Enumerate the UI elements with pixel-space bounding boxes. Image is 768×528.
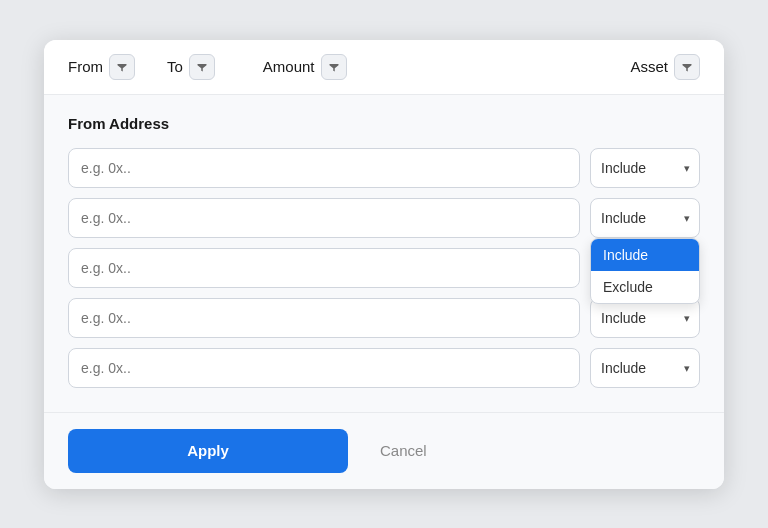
tab-asset[interactable]: Asset [630, 54, 700, 80]
filter-row-2: Include Exclude ▾ Include Exclude [68, 198, 700, 238]
dropdown-option-include[interactable]: Include [591, 239, 699, 271]
tab-amount[interactable]: Amount [263, 54, 347, 80]
include-select-wrapper-2: Include Exclude ▾ Include Exclude [590, 198, 700, 238]
include-select-wrapper-4: Include Exclude ▾ [590, 298, 700, 338]
address-input-5[interactable] [68, 348, 580, 388]
address-input-3[interactable] [68, 248, 580, 288]
apply-button[interactable]: Apply [68, 429, 348, 473]
modal-footer: Apply Cancel [44, 412, 724, 489]
tab-asset-label: Asset [630, 58, 668, 75]
asset-filter-icon[interactable] [674, 54, 700, 80]
section-title: From Address [68, 115, 700, 132]
from-filter-icon[interactable] [109, 54, 135, 80]
address-input-4[interactable] [68, 298, 580, 338]
address-input-1[interactable] [68, 148, 580, 188]
tab-amount-label: Amount [263, 58, 315, 75]
filter-row-1: Include Exclude ▾ [68, 148, 700, 188]
tab-from[interactable]: From [68, 54, 135, 80]
tab-to-label: To [167, 58, 183, 75]
include-select-5[interactable]: Include Exclude [590, 348, 700, 388]
dropdown-overlay: Include Exclude [590, 238, 700, 304]
include-select-wrapper-5: Include Exclude ▾ [590, 348, 700, 388]
filter-row-5: Include Exclude ▾ [68, 348, 700, 388]
header-tabs: From To Amount Asset [44, 40, 724, 95]
address-input-2[interactable] [68, 198, 580, 238]
tab-to[interactable]: To [167, 54, 215, 80]
filter-row-4: Include Exclude ▾ [68, 298, 700, 338]
filter-modal: From To Amount Asset From Address [44, 40, 724, 489]
dropdown-option-exclude[interactable]: Exclude [591, 271, 699, 303]
include-select-2[interactable]: Include Exclude [590, 198, 700, 238]
modal-body: From Address Include Exclude ▾ Inc [44, 95, 724, 412]
cancel-button[interactable]: Cancel [364, 442, 443, 459]
include-select-4[interactable]: Include Exclude [590, 298, 700, 338]
to-filter-icon[interactable] [189, 54, 215, 80]
include-select-wrapper-1: Include Exclude ▾ [590, 148, 700, 188]
amount-filter-icon[interactable] [321, 54, 347, 80]
filter-rows: Include Exclude ▾ Include Exclude ▾ [68, 148, 700, 388]
include-select-1[interactable]: Include Exclude [590, 148, 700, 188]
tab-from-label: From [68, 58, 103, 75]
